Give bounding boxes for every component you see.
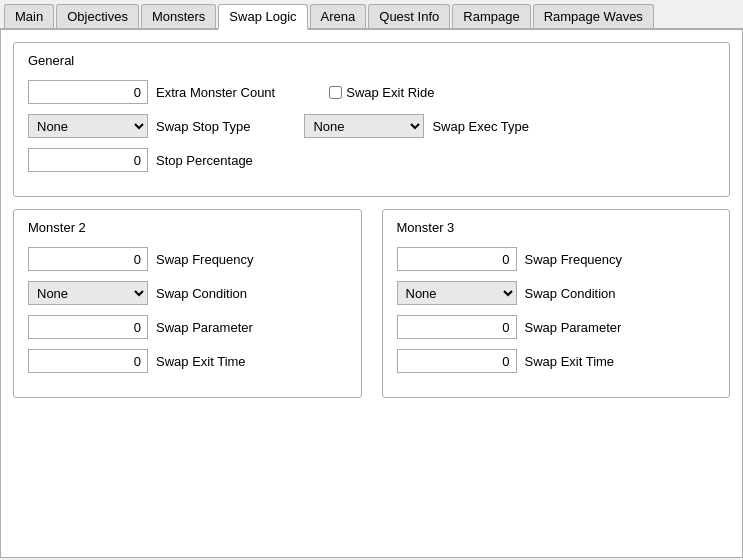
stop-percentage-label: Stop Percentage (156, 153, 253, 168)
monster3-freq-row: Swap Frequency (397, 247, 716, 271)
monster2-swap-exit-time-input[interactable] (28, 349, 148, 373)
swap-stop-type-select[interactable]: None (28, 114, 148, 138)
general-row3: Stop Percentage (28, 148, 715, 172)
monster2-swap-exit-time-label: Swap Exit Time (156, 354, 246, 369)
monsters-row: Monster 2 Swap Frequency None Swap Condi… (13, 209, 730, 398)
monster3-swap-frequency-label: Swap Frequency (525, 252, 623, 267)
monster3-swap-exit-time-input[interactable] (397, 349, 517, 373)
tab-rampage[interactable]: Rampage (452, 4, 530, 28)
monster2-swap-frequency-label: Swap Frequency (156, 252, 254, 267)
tab-rampage-waves[interactable]: Rampage Waves (533, 4, 654, 28)
monster3-section: Monster 3 Swap Frequency None Swap Condi… (382, 209, 731, 398)
monster2-swap-condition-label: Swap Condition (156, 286, 247, 301)
monster2-title: Monster 2 (28, 220, 347, 235)
extra-monster-count-input[interactable] (28, 80, 148, 104)
monster2-swap-condition-select[interactable]: None (28, 281, 148, 305)
monster2-condition-row: None Swap Condition (28, 281, 347, 305)
tab-main[interactable]: Main (4, 4, 54, 28)
tab-swap-logic[interactable]: Swap Logic (218, 4, 307, 30)
monster3-title: Monster 3 (397, 220, 716, 235)
stop-percentage-group: Stop Percentage (28, 148, 253, 172)
monster3-condition-row: None Swap Condition (397, 281, 716, 305)
tab-objectives[interactable]: Objectives (56, 4, 139, 28)
monster3-swap-condition-label: Swap Condition (525, 286, 616, 301)
tab-monsters[interactable]: Monsters (141, 4, 216, 28)
monster3-exit-time-row: Swap Exit Time (397, 349, 716, 373)
tab-bar: Main Objectives Monsters Swap Logic Aren… (0, 0, 743, 30)
swap-exec-type-group: None Swap Exec Type (304, 114, 529, 138)
monster3-swap-parameter-input[interactable] (397, 315, 517, 339)
swap-exit-ride-group: Swap Exit Ride (329, 85, 434, 100)
tab-quest-info[interactable]: Quest Info (368, 4, 450, 28)
swap-exit-ride-label: Swap Exit Ride (346, 85, 434, 100)
monster3-swap-frequency-input[interactable] (397, 247, 517, 271)
extra-monster-count-label: Extra Monster Count (156, 85, 275, 100)
monster2-freq-row: Swap Frequency (28, 247, 347, 271)
swap-exit-ride-checkbox[interactable] (329, 86, 342, 99)
monster3-swap-parameter-label: Swap Parameter (525, 320, 622, 335)
monster2-swap-parameter-input[interactable] (28, 315, 148, 339)
swap-stop-type-label: Swap Stop Type (156, 119, 250, 134)
swap-exec-type-select[interactable]: None (304, 114, 424, 138)
monster3-swap-exit-time-label: Swap Exit Time (525, 354, 615, 369)
monster2-swap-frequency-input[interactable] (28, 247, 148, 271)
general-title: General (28, 53, 715, 68)
stop-percentage-input[interactable] (28, 148, 148, 172)
swap-exec-type-label: Swap Exec Type (432, 119, 529, 134)
extra-monster-count-group: Extra Monster Count (28, 80, 275, 104)
general-row2: None Swap Stop Type None Swap Exec Type (28, 114, 715, 138)
monster2-exit-time-row: Swap Exit Time (28, 349, 347, 373)
monster2-section: Monster 2 Swap Frequency None Swap Condi… (13, 209, 362, 398)
general-row1: Extra Monster Count Swap Exit Ride (28, 80, 715, 104)
content-area: General Extra Monster Count Swap Exit Ri… (0, 30, 743, 558)
general-section: General Extra Monster Count Swap Exit Ri… (13, 42, 730, 197)
monster2-parameter-row: Swap Parameter (28, 315, 347, 339)
monster2-swap-parameter-label: Swap Parameter (156, 320, 253, 335)
monster3-swap-condition-select[interactable]: None (397, 281, 517, 305)
tab-arena[interactable]: Arena (310, 4, 367, 28)
monster3-parameter-row: Swap Parameter (397, 315, 716, 339)
swap-stop-type-group: None Swap Stop Type (28, 114, 250, 138)
